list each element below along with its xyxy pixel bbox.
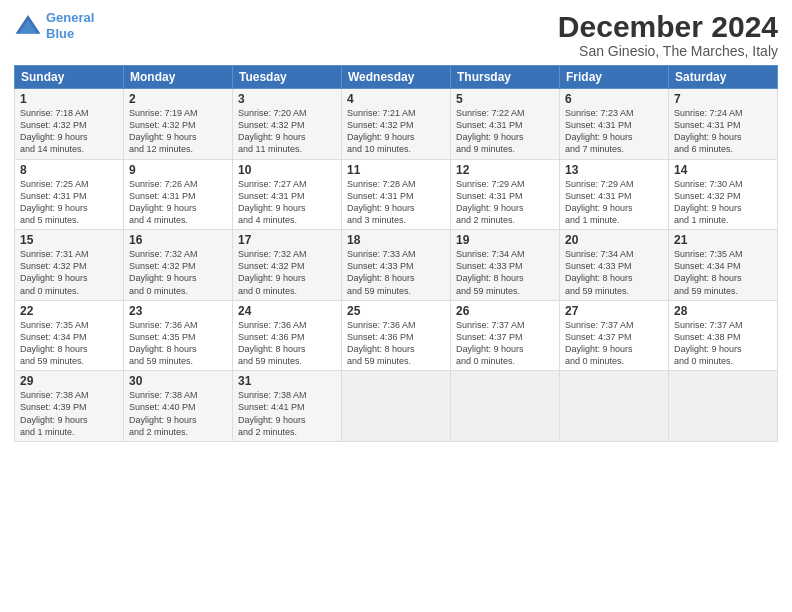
day-number: 18 [347, 233, 445, 247]
day-info: Sunrise: 7:18 AM Sunset: 4:32 PM Dayligh… [20, 107, 118, 156]
day-info: Sunrise: 7:34 AM Sunset: 4:33 PM Dayligh… [456, 248, 554, 297]
calendar-cell: 26Sunrise: 7:37 AM Sunset: 4:37 PM Dayli… [451, 300, 560, 371]
day-number: 25 [347, 304, 445, 318]
calendar-cell: 10Sunrise: 7:27 AM Sunset: 4:31 PM Dayli… [233, 159, 342, 230]
day-info: Sunrise: 7:22 AM Sunset: 4:31 PM Dayligh… [456, 107, 554, 156]
calendar-cell: 7Sunrise: 7:24 AM Sunset: 4:31 PM Daylig… [669, 89, 778, 160]
header: General Blue December 2024 San Ginesio, … [14, 10, 778, 59]
calendar-cell: 29Sunrise: 7:38 AM Sunset: 4:39 PM Dayli… [15, 371, 124, 442]
day-info: Sunrise: 7:28 AM Sunset: 4:31 PM Dayligh… [347, 178, 445, 227]
week-row-4: 22Sunrise: 7:35 AM Sunset: 4:34 PM Dayli… [15, 300, 778, 371]
calendar-cell: 17Sunrise: 7:32 AM Sunset: 4:32 PM Dayli… [233, 230, 342, 301]
day-info: Sunrise: 7:38 AM Sunset: 4:39 PM Dayligh… [20, 389, 118, 438]
day-info: Sunrise: 7:38 AM Sunset: 4:41 PM Dayligh… [238, 389, 336, 438]
day-info: Sunrise: 7:29 AM Sunset: 4:31 PM Dayligh… [456, 178, 554, 227]
day-info: Sunrise: 7:21 AM Sunset: 4:32 PM Dayligh… [347, 107, 445, 156]
calendar-cell: 3Sunrise: 7:20 AM Sunset: 4:32 PM Daylig… [233, 89, 342, 160]
day-number: 15 [20, 233, 118, 247]
calendar-cell: 11Sunrise: 7:28 AM Sunset: 4:31 PM Dayli… [342, 159, 451, 230]
calendar-cell: 12Sunrise: 7:29 AM Sunset: 4:31 PM Dayli… [451, 159, 560, 230]
calendar-cell: 27Sunrise: 7:37 AM Sunset: 4:37 PM Dayli… [560, 300, 669, 371]
day-number: 13 [565, 163, 663, 177]
day-number: 24 [238, 304, 336, 318]
day-number: 19 [456, 233, 554, 247]
calendar-cell: 23Sunrise: 7:36 AM Sunset: 4:35 PM Dayli… [124, 300, 233, 371]
calendar-cell: 16Sunrise: 7:32 AM Sunset: 4:32 PM Dayli… [124, 230, 233, 301]
calendar-cell [342, 371, 451, 442]
day-info: Sunrise: 7:20 AM Sunset: 4:32 PM Dayligh… [238, 107, 336, 156]
calendar-cell: 21Sunrise: 7:35 AM Sunset: 4:34 PM Dayli… [669, 230, 778, 301]
calendar-cell: 20Sunrise: 7:34 AM Sunset: 4:33 PM Dayli… [560, 230, 669, 301]
logo-icon [14, 12, 42, 40]
day-info: Sunrise: 7:37 AM Sunset: 4:37 PM Dayligh… [565, 319, 663, 368]
day-info: Sunrise: 7:23 AM Sunset: 4:31 PM Dayligh… [565, 107, 663, 156]
calendar-cell: 15Sunrise: 7:31 AM Sunset: 4:32 PM Dayli… [15, 230, 124, 301]
day-info: Sunrise: 7:33 AM Sunset: 4:33 PM Dayligh… [347, 248, 445, 297]
day-number: 26 [456, 304, 554, 318]
calendar-cell [451, 371, 560, 442]
week-row-3: 15Sunrise: 7:31 AM Sunset: 4:32 PM Dayli… [15, 230, 778, 301]
subtitle: San Ginesio, The Marches, Italy [558, 43, 778, 59]
calendar-table: SundayMondayTuesdayWednesdayThursdayFrid… [14, 65, 778, 442]
day-info: Sunrise: 7:38 AM Sunset: 4:40 PM Dayligh… [129, 389, 227, 438]
logo-line2: Blue [46, 26, 74, 41]
calendar-cell [560, 371, 669, 442]
calendar-cell: 18Sunrise: 7:33 AM Sunset: 4:33 PM Dayli… [342, 230, 451, 301]
day-info: Sunrise: 7:30 AM Sunset: 4:32 PM Dayligh… [674, 178, 772, 227]
weekday-tuesday: Tuesday [233, 66, 342, 89]
weekday-thursday: Thursday [451, 66, 560, 89]
day-number: 8 [20, 163, 118, 177]
day-info: Sunrise: 7:32 AM Sunset: 4:32 PM Dayligh… [238, 248, 336, 297]
calendar-body: 1Sunrise: 7:18 AM Sunset: 4:32 PM Daylig… [15, 89, 778, 442]
day-number: 7 [674, 92, 772, 106]
main-title: December 2024 [558, 10, 778, 43]
day-number: 28 [674, 304, 772, 318]
day-info: Sunrise: 7:34 AM Sunset: 4:33 PM Dayligh… [565, 248, 663, 297]
day-info: Sunrise: 7:19 AM Sunset: 4:32 PM Dayligh… [129, 107, 227, 156]
day-info: Sunrise: 7:27 AM Sunset: 4:31 PM Dayligh… [238, 178, 336, 227]
day-number: 29 [20, 374, 118, 388]
logo-line1: General [46, 10, 94, 25]
day-number: 30 [129, 374, 227, 388]
weekday-header-row: SundayMondayTuesdayWednesdayThursdayFrid… [15, 66, 778, 89]
week-row-2: 8Sunrise: 7:25 AM Sunset: 4:31 PM Daylig… [15, 159, 778, 230]
day-info: Sunrise: 7:29 AM Sunset: 4:31 PM Dayligh… [565, 178, 663, 227]
day-number: 4 [347, 92, 445, 106]
day-number: 3 [238, 92, 336, 106]
calendar-cell: 13Sunrise: 7:29 AM Sunset: 4:31 PM Dayli… [560, 159, 669, 230]
day-number: 12 [456, 163, 554, 177]
day-info: Sunrise: 7:37 AM Sunset: 4:38 PM Dayligh… [674, 319, 772, 368]
weekday-sunday: Sunday [15, 66, 124, 89]
day-number: 10 [238, 163, 336, 177]
day-info: Sunrise: 7:26 AM Sunset: 4:31 PM Dayligh… [129, 178, 227, 227]
calendar-cell: 31Sunrise: 7:38 AM Sunset: 4:41 PM Dayli… [233, 371, 342, 442]
calendar-cell [669, 371, 778, 442]
day-info: Sunrise: 7:31 AM Sunset: 4:32 PM Dayligh… [20, 248, 118, 297]
weekday-wednesday: Wednesday [342, 66, 451, 89]
weekday-monday: Monday [124, 66, 233, 89]
page-container: General Blue December 2024 San Ginesio, … [0, 0, 792, 448]
weekday-friday: Friday [560, 66, 669, 89]
title-block: December 2024 San Ginesio, The Marches, … [558, 10, 778, 59]
week-row-5: 29Sunrise: 7:38 AM Sunset: 4:39 PM Dayli… [15, 371, 778, 442]
day-number: 20 [565, 233, 663, 247]
day-number: 17 [238, 233, 336, 247]
day-number: 1 [20, 92, 118, 106]
day-number: 22 [20, 304, 118, 318]
day-number: 14 [674, 163, 772, 177]
day-info: Sunrise: 7:35 AM Sunset: 4:34 PM Dayligh… [20, 319, 118, 368]
day-number: 5 [456, 92, 554, 106]
day-info: Sunrise: 7:36 AM Sunset: 4:36 PM Dayligh… [347, 319, 445, 368]
day-number: 16 [129, 233, 227, 247]
logo-text: General Blue [46, 10, 94, 41]
day-number: 6 [565, 92, 663, 106]
day-number: 23 [129, 304, 227, 318]
calendar-cell: 30Sunrise: 7:38 AM Sunset: 4:40 PM Dayli… [124, 371, 233, 442]
calendar-cell: 22Sunrise: 7:35 AM Sunset: 4:34 PM Dayli… [15, 300, 124, 371]
calendar-cell: 19Sunrise: 7:34 AM Sunset: 4:33 PM Dayli… [451, 230, 560, 301]
day-number: 9 [129, 163, 227, 177]
calendar-cell: 28Sunrise: 7:37 AM Sunset: 4:38 PM Dayli… [669, 300, 778, 371]
calendar-cell: 8Sunrise: 7:25 AM Sunset: 4:31 PM Daylig… [15, 159, 124, 230]
day-number: 11 [347, 163, 445, 177]
day-info: Sunrise: 7:32 AM Sunset: 4:32 PM Dayligh… [129, 248, 227, 297]
